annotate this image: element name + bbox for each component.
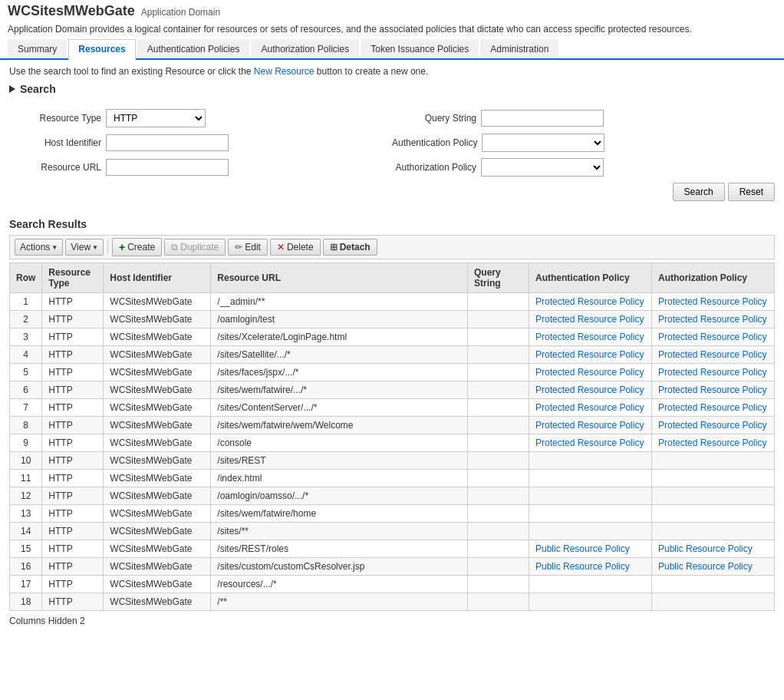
table-row[interactable]: 5 HTTP WCSitesMWebGate /sites/faces/jspx… [10, 364, 775, 381]
table-row[interactable]: 17 HTTP WCSitesMWebGate /resources/.../* [10, 576, 775, 593]
new-resource-link[interactable]: New Resource [254, 66, 315, 77]
auth-policy-select[interactable] [482, 134, 604, 152]
cell-authz-policy: Protected Resource Policy [652, 311, 775, 329]
cell-type: HTTP [42, 593, 104, 611]
cell-auth-policy: Protected Resource Policy [529, 381, 652, 399]
cell-row-num: 11 [10, 470, 42, 487]
cell-auth-policy [529, 487, 652, 505]
cell-query [468, 487, 529, 505]
cell-url: /index.html [211, 470, 468, 487]
tab-token-policies[interactable]: Token Issuance Policies [361, 39, 479, 58]
resource-type-select[interactable]: HTTP HTTPS [106, 109, 206, 127]
table-row[interactable]: 1 HTTP WCSitesMWebGate /__admin/** Prote… [10, 293, 775, 311]
cell-authz-policy: Protected Resource Policy [652, 381, 775, 399]
cell-type: HTTP [42, 505, 104, 523]
cell-url: /console [211, 434, 468, 452]
table-row[interactable]: 15 HTTP WCSitesMWebGate /sites/REST/role… [10, 540, 775, 558]
cell-query [468, 311, 529, 329]
cell-auth-policy: Protected Resource Policy [529, 346, 652, 364]
resource-type-group: Resource Type HTTP HTTPS [9, 109, 392, 127]
host-identifier-label: Host Identifier [9, 137, 101, 148]
tab-resources[interactable]: Resources [68, 39, 135, 60]
table-row[interactable]: 14 HTTP WCSitesMWebGate /sites/** [10, 523, 775, 540]
cell-authz-policy: Protected Resource Policy [652, 293, 775, 311]
tab-authz-policies[interactable]: Authorization Policies [251, 39, 359, 58]
cell-authz-policy [652, 470, 775, 487]
tab-summary[interactable]: Summary [8, 39, 67, 58]
host-identifier-input[interactable] [106, 134, 229, 151]
table-row[interactable]: 9 HTTP WCSitesMWebGate /console Protecte… [10, 434, 775, 452]
cell-row-num: 12 [10, 487, 42, 505]
cell-query [468, 364, 529, 381]
table-row[interactable]: 10 HTTP WCSitesMWebGate /sites/REST [10, 452, 775, 470]
cell-type: HTTP [42, 293, 104, 311]
cell-host: WCSitesMWebGate [104, 558, 211, 576]
cell-host: WCSitesMWebGate [104, 452, 211, 470]
collapse-icon [9, 85, 15, 93]
search-button[interactable]: Search [673, 183, 725, 201]
cell-query [468, 576, 529, 593]
table-row[interactable]: 16 HTTP WCSitesMWebGate /sites/custom/cu… [10, 558, 775, 576]
columns-hidden-info: Columns Hidden 2 [9, 616, 775, 626]
search-section: Search Resource Type HTTP HTTPS Query St… [9, 83, 775, 209]
tab-administration[interactable]: Administration [480, 39, 558, 58]
reset-button[interactable]: Reset [728, 183, 775, 201]
cell-authz-policy: Protected Resource Policy [652, 364, 775, 381]
table-row[interactable]: 12 HTTP WCSitesMWebGate /oamlogin/oamsso… [10, 487, 775, 505]
cell-query [468, 523, 529, 540]
table-row[interactable]: 13 HTTP WCSitesMWebGate /sites/wem/fatwi… [10, 505, 775, 523]
table-row[interactable]: 7 HTTP WCSitesMWebGate /sites/ContentSer… [10, 399, 775, 417]
search-row-2: Host Identifier Authentication Policy [9, 134, 775, 152]
delete-button[interactable]: ✕ Delete [270, 239, 321, 256]
cell-query [468, 470, 529, 487]
table-row[interactable]: 8 HTTP WCSitesMWebGate /sites/wem/fatwir… [10, 417, 775, 434]
app-title: WCSitesMWebGate [8, 3, 135, 19]
tab-auth-policies[interactable]: Authentication Policies [137, 39, 250, 58]
resource-type-label: Resource Type [9, 113, 101, 124]
cell-type: HTTP [42, 399, 104, 417]
table-row[interactable]: 2 HTTP WCSitesMWebGate /oamlogin/test Pr… [10, 311, 775, 329]
search-row-1: Resource Type HTTP HTTPS Query String [9, 109, 775, 127]
col-header-auth: Authentication Policy [529, 263, 652, 293]
plus-icon: + [119, 241, 125, 253]
cell-auth-policy [529, 593, 652, 611]
actions-dropdown[interactable]: Actions ▼ [15, 239, 63, 256]
cell-query [468, 293, 529, 311]
edit-icon: ✏ [235, 242, 242, 253]
cell-auth-policy: Protected Resource Policy [529, 329, 652, 346]
create-button[interactable]: + Create [112, 238, 162, 256]
cell-auth-policy: Protected Resource Policy [529, 311, 652, 329]
cell-authz-policy [652, 576, 775, 593]
cell-host: WCSitesMWebGate [104, 593, 211, 611]
cell-type: HTTP [42, 311, 104, 329]
cell-query [468, 417, 529, 434]
duplicate-button[interactable]: ⧉ Duplicate [164, 239, 226, 256]
authz-policy-select[interactable] [481, 158, 604, 177]
table-row[interactable]: 18 HTTP WCSitesMWebGate /** [10, 593, 775, 611]
view-dropdown[interactable]: View ▼ [65, 239, 104, 256]
app-subtitle: Application Domain [141, 7, 220, 18]
view-label: View [71, 242, 91, 253]
cell-query [468, 540, 529, 558]
detach-button[interactable]: ⊞ Detach [323, 239, 377, 256]
cell-row-num: 16 [10, 558, 42, 576]
cell-authz-policy: Protected Resource Policy [652, 329, 775, 346]
table-row[interactable]: 3 HTTP WCSitesMWebGate /sites/Xcelerate/… [10, 329, 775, 346]
resource-url-input[interactable] [106, 159, 229, 176]
cell-authz-policy [652, 593, 775, 611]
cell-authz-policy: Protected Resource Policy [652, 399, 775, 417]
cell-row-num: 15 [10, 540, 42, 558]
search-form: Resource Type HTTP HTTPS Query String Ho… [9, 101, 775, 209]
cell-type: HTTP [42, 329, 104, 346]
table-row[interactable]: 6 HTTP WCSitesMWebGate /sites/wem/fatwir… [10, 381, 775, 399]
cell-url: /sites/REST/roles [211, 540, 468, 558]
search-section-header[interactable]: Search [9, 83, 775, 95]
edit-button[interactable]: ✏ Edit [228, 239, 268, 256]
cell-url: /** [211, 593, 468, 611]
table-row[interactable]: 4 HTTP WCSitesMWebGate /sites/Satellite/… [10, 346, 775, 364]
cell-row-num: 4 [10, 346, 42, 364]
query-string-input[interactable] [481, 110, 604, 127]
table-row[interactable]: 11 HTTP WCSitesMWebGate /index.html [10, 470, 775, 487]
cell-query [468, 593, 529, 611]
cell-host: WCSitesMWebGate [104, 311, 211, 329]
